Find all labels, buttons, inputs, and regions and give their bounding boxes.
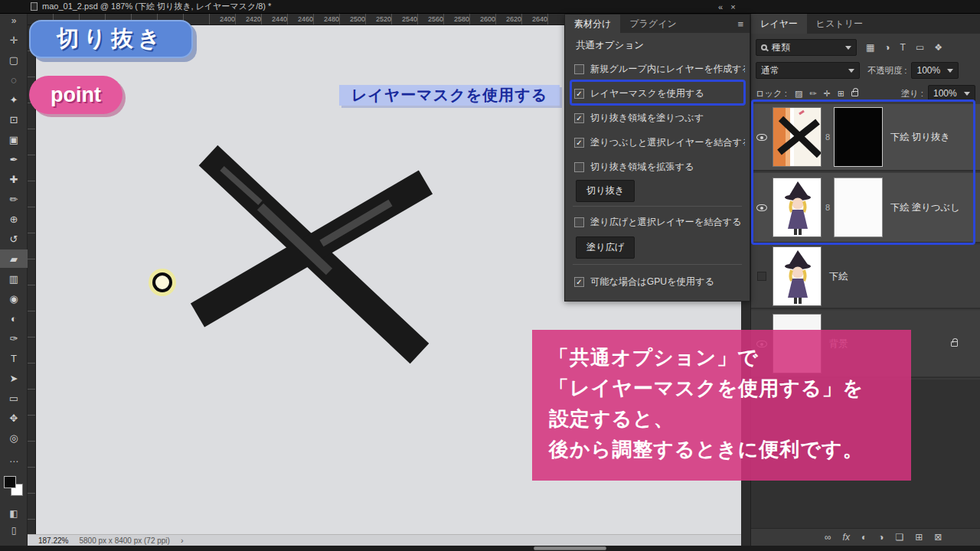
- brush-tool[interactable]: ✏: [0, 190, 28, 208]
- option-use-layer-mask[interactable]: レイヤーマスクを使用する: [574, 83, 745, 103]
- adjustment-filter-icon[interactable]: ◑: [884, 42, 890, 53]
- tab-plugin[interactable]: プラグイン: [620, 15, 685, 33]
- tab-layers[interactable]: レイヤー: [751, 14, 807, 34]
- shape-filter-icon[interactable]: ▭: [916, 42, 924, 53]
- toolbar-collapse-icon[interactable]: »: [0, 15, 28, 26]
- divider: [573, 206, 742, 207]
- lock-transparent-icon[interactable]: ▨: [795, 89, 802, 99]
- chevron-down-icon: [947, 69, 953, 73]
- eraser-tool[interactable]: ▰: [0, 249, 28, 268]
- lock-paint-icon[interactable]: ✏: [809, 89, 816, 99]
- layer-row-sketch[interactable]: 下絵: [751, 245, 980, 309]
- option-merge-spread-selection[interactable]: 塗り広げと選択レイヤーを結合する: [574, 212, 745, 232]
- frame-tool[interactable]: ▣: [0, 130, 28, 148]
- gradient-tool[interactable]: ▥: [0, 269, 28, 288]
- horizontal-scrollbar[interactable]: [0, 546, 980, 551]
- layer-mask-thumbnail[interactable]: [834, 178, 883, 237]
- option-label: 切り抜き領域を塗りつぶす: [590, 112, 704, 125]
- layer-row-cutout[interactable]: 8 下絵 切り抜き: [751, 104, 980, 171]
- path-select-tool[interactable]: ➤: [0, 369, 28, 387]
- mask-link-icon[interactable]: 8: [822, 203, 834, 212]
- spread-button[interactable]: 塗り広げ: [576, 236, 635, 259]
- option-create-group[interactable]: 新規グループ内にレイヤーを作成する: [574, 59, 745, 79]
- zoom-tool[interactable]: ◎: [0, 429, 28, 447]
- checkbox-icon[interactable]: [574, 138, 584, 148]
- color-swatches[interactable]: [4, 476, 24, 499]
- crop-tool[interactable]: ⊡: [0, 110, 28, 129]
- quick-select-tool[interactable]: ✦: [0, 90, 28, 109]
- layer-thumbnail[interactable]: [773, 107, 822, 167]
- tab-material-split[interactable]: 素材分け: [565, 15, 620, 33]
- hand-tool[interactable]: ✥: [0, 409, 28, 427]
- option-merge-fill-selection[interactable]: 塗りつぶしと選択レイヤーを結合する: [574, 132, 745, 152]
- screen-mode-icon[interactable]: ▯: [0, 525, 28, 536]
- checkbox-icon[interactable]: [574, 113, 584, 123]
- clone-stamp-tool[interactable]: ⊕: [0, 210, 28, 228]
- pen-tool[interactable]: ✑: [0, 329, 28, 347]
- delete-layer-icon[interactable]: ⊠: [934, 532, 942, 543]
- link-layers-icon[interactable]: ∞: [825, 532, 831, 543]
- tip-line: 設定すると、: [549, 403, 894, 434]
- status-chevron-icon[interactable]: ›: [181, 536, 184, 545]
- move-tool[interactable]: ✛: [0, 31, 28, 49]
- quick-mask-icon[interactable]: ◧: [0, 508, 28, 519]
- layer-lock-icon: [951, 341, 958, 347]
- new-group-icon[interactable]: ❏: [895, 532, 903, 543]
- checkbox-icon[interactable]: [574, 277, 584, 287]
- lock-all-icon[interactable]: [851, 91, 858, 96]
- collapse-panel-icon[interactable]: «: [718, 2, 723, 11]
- layer-name[interactable]: 下絵: [829, 270, 848, 283]
- layer-thumbnail[interactable]: [773, 246, 822, 306]
- blend-mode-dropdown[interactable]: 通常: [756, 62, 860, 79]
- dodge-tool[interactable]: ◐: [0, 309, 28, 328]
- fill-dropdown[interactable]: 100%: [928, 85, 975, 102]
- layer-thumbnail[interactable]: [773, 178, 822, 237]
- checkbox-icon[interactable]: [574, 64, 584, 74]
- horizontal-scrollbar-thumb[interactable]: [534, 546, 606, 550]
- layer-mask-icon[interactable]: ◐: [861, 532, 867, 543]
- tab-history[interactable]: ヒストリー: [807, 14, 872, 34]
- layer-name[interactable]: 下絵 塗りつぶし: [890, 201, 960, 214]
- shape-tool[interactable]: ▭: [0, 389, 28, 407]
- visibility-empty-icon[interactable]: [757, 272, 766, 281]
- layer-name[interactable]: 下絵 切り抜き: [890, 131, 950, 144]
- history-brush-tool[interactable]: ↺: [0, 230, 28, 248]
- visibility-eye-icon[interactable]: [756, 134, 767, 141]
- adjustment-layer-icon[interactable]: ◑: [878, 532, 884, 543]
- visibility-eye-icon[interactable]: [756, 204, 767, 211]
- new-layer-icon[interactable]: ⊞: [915, 532, 923, 543]
- lasso-tool[interactable]: ◌: [0, 70, 28, 89]
- ruler-label: 2480: [318, 14, 345, 24]
- cutout-button[interactable]: 切り抜き: [576, 180, 635, 202]
- layer-effects-icon[interactable]: fx: [843, 532, 850, 543]
- opacity-dropdown[interactable]: 100%: [911, 62, 959, 79]
- ruler-label: 2580: [449, 14, 475, 24]
- option-fill-cut-area[interactable]: 切り抜き領域を塗りつぶす: [574, 108, 745, 128]
- lock-position-icon[interactable]: ✛: [824, 89, 831, 99]
- pixel-filter-icon[interactable]: ▦: [866, 42, 874, 53]
- option-use-gpu[interactable]: 可能な場合はGPUを使用する: [574, 272, 745, 292]
- type-tool[interactable]: T: [0, 349, 28, 367]
- layer-mask-thumbnail[interactable]: [834, 107, 883, 167]
- blur-tool[interactable]: ◉: [0, 289, 28, 308]
- edit-toolbar-icon[interactable]: ⋯: [0, 456, 28, 467]
- option-label: 塗りつぶしと選択レイヤーを結合する: [590, 136, 745, 149]
- panel-menu-icon[interactable]: ≡: [731, 15, 750, 33]
- lock-artboard-icon[interactable]: ⊞: [838, 89, 844, 99]
- foreground-color-swatch[interactable]: [4, 476, 16, 488]
- checkbox-icon[interactable]: [574, 217, 584, 227]
- zoom-level[interactable]: 187.22%: [38, 536, 68, 545]
- smart-object-filter-icon[interactable]: ❖: [934, 42, 942, 53]
- type-filter-icon[interactable]: T: [900, 42, 906, 53]
- mask-link-icon[interactable]: 8: [822, 132, 834, 142]
- healing-tool[interactable]: ✚: [0, 170, 28, 188]
- document-icon: [31, 2, 38, 11]
- option-expand-cut-area[interactable]: 切り抜き領域を拡張する: [574, 157, 745, 177]
- layer-row-fill[interactable]: 8 下絵 塗りつぶし: [751, 173, 980, 243]
- marquee-tool[interactable]: ▢: [0, 51, 28, 69]
- close-panel-icon[interactable]: ×: [730, 2, 735, 11]
- checkbox-icon[interactable]: [574, 89, 584, 99]
- checkbox-icon[interactable]: [574, 162, 584, 172]
- eyedropper-tool[interactable]: ✒: [0, 150, 28, 168]
- layer-filter-dropdown[interactable]: 種類: [756, 39, 857, 56]
